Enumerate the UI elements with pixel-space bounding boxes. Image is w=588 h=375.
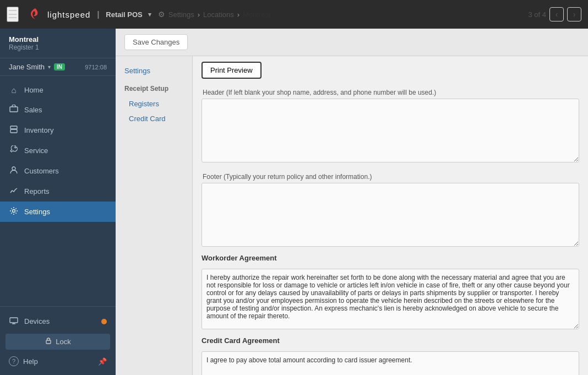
header-textarea[interactable] bbox=[202, 99, 579, 162]
reports-icon bbox=[9, 186, 19, 197]
credit-card-section: English bbox=[193, 347, 588, 375]
help-icon: ? bbox=[9, 356, 19, 366]
pin-icon[interactable]: 📌 bbox=[98, 357, 107, 366]
settings-nav-settings[interactable]: Settings bbox=[116, 63, 192, 79]
location-register: Register 1 bbox=[9, 44, 107, 51]
breadcrumb-sep-1: › bbox=[198, 10, 200, 19]
settings-nav-credit-card[interactable]: Credit Card bbox=[116, 111, 192, 126]
svg-rect-1 bbox=[10, 129, 17, 133]
sidebar-item-label: Service bbox=[24, 146, 48, 155]
inventory-icon bbox=[9, 125, 19, 135]
settings-content: Print Preview Header (If left blank your… bbox=[193, 56, 588, 375]
top-bar: ☰ lightspeed | Retail POS ▾ ⚙ Settings ›… bbox=[0, 0, 588, 29]
settings-breadcrumb[interactable]: Settings bbox=[168, 10, 194, 19]
lightspeed-logo-icon bbox=[28, 7, 43, 22]
user-dropdown-arrow: ▾ bbox=[48, 64, 51, 70]
svg-point-3 bbox=[12, 167, 15, 170]
hamburger-button[interactable]: ☰ bbox=[7, 7, 19, 22]
page-label: 3 of 4 bbox=[528, 10, 546, 19]
customers-icon bbox=[9, 166, 19, 176]
sidebar-item-label: Inventory bbox=[24, 126, 53, 134]
settings-icon bbox=[9, 206, 19, 217]
sidebar-location: Montreal Register 1 bbox=[0, 29, 116, 58]
settings-nav-receipt-setup: Receipt Setup bbox=[116, 81, 192, 96]
service-icon bbox=[9, 145, 19, 156]
header-field-label: Header (If left blank your shop name, ad… bbox=[202, 89, 579, 96]
settings-nav-registers[interactable]: Registers bbox=[116, 96, 192, 111]
sidebar-item-customers[interactable]: Customers bbox=[0, 161, 116, 181]
workorder-textarea[interactable] bbox=[202, 269, 579, 329]
workorder-section bbox=[193, 264, 588, 331]
settings-breadcrumb-icon: ⚙ bbox=[158, 10, 165, 19]
devices-icon bbox=[9, 316, 19, 327]
sidebar-bottom: Devices Lock ? Help 📌 bbox=[0, 306, 116, 375]
logo-text: lightspeed bbox=[47, 10, 90, 19]
breadcrumb-sep-2: › bbox=[237, 10, 239, 19]
sales-icon bbox=[9, 105, 19, 115]
logo-divider: | bbox=[97, 10, 99, 19]
credit-card-textarea[interactable] bbox=[202, 351, 579, 375]
sidebar-item-service[interactable]: Service bbox=[0, 140, 116, 161]
help-row: ? Help 📌 bbox=[0, 352, 116, 371]
svg-point-4 bbox=[13, 210, 15, 213]
svg-rect-0 bbox=[10, 107, 18, 112]
devices-status-dot bbox=[101, 319, 107, 324]
user-time: 9712:08 bbox=[85, 64, 107, 70]
pagination: 3 of 4 ‹ › bbox=[528, 7, 581, 21]
lock-label: Lock bbox=[56, 338, 70, 346]
nav-items: ⌂ Home Sales Inventory Service bbox=[0, 76, 116, 306]
sidebar-item-label: Settings bbox=[24, 208, 50, 216]
sidebar-item-reports[interactable]: Reports bbox=[0, 181, 116, 202]
lock-icon bbox=[45, 337, 52, 346]
svg-rect-2 bbox=[10, 126, 17, 129]
user-status-badge: IN bbox=[54, 63, 65, 70]
sidebar-item-settings[interactable]: Settings bbox=[0, 202, 116, 222]
credit-card-title: Credit Card Agreement bbox=[193, 331, 588, 347]
content-area: Save Changes Settings Receipt Setup Regi… bbox=[116, 29, 588, 375]
save-toolbar: Save Changes bbox=[116, 29, 588, 56]
user-name: Jane Smith bbox=[9, 63, 45, 71]
logo-area: lightspeed | Retail POS ▾ bbox=[28, 7, 151, 22]
lock-button[interactable]: Lock bbox=[6, 334, 110, 350]
prev-page-button[interactable]: ‹ bbox=[549, 7, 564, 21]
footer-textarea[interactable] bbox=[202, 183, 579, 247]
home-icon: ⌂ bbox=[9, 85, 19, 95]
help-label: Help bbox=[23, 357, 38, 366]
help-button[interactable]: ? Help bbox=[9, 356, 38, 366]
sidebar-item-label: Home bbox=[24, 86, 43, 94]
svg-rect-5 bbox=[10, 318, 18, 323]
main-layout: Montreal Register 1 Jane Smith ▾ IN 9712… bbox=[0, 29, 588, 375]
settings-layout: Settings Receipt Setup Registers Credit … bbox=[116, 56, 588, 375]
logo-app-name: Retail POS bbox=[106, 10, 142, 19]
footer-field-label: Footer (Typically your return policy and… bbox=[202, 173, 579, 181]
next-page-button[interactable]: › bbox=[567, 7, 581, 21]
save-changes-button[interactable]: Save Changes bbox=[124, 34, 188, 50]
svg-rect-8 bbox=[46, 340, 51, 344]
breadcrumb: ⚙ Settings › Locations › Montreal bbox=[158, 10, 522, 19]
app-dropdown-arrow[interactable]: ▾ bbox=[148, 11, 151, 18]
sidebar-item-devices[interactable]: Devices bbox=[0, 311, 116, 331]
settings-sidebar: Settings Receipt Setup Registers Credit … bbox=[116, 56, 193, 375]
devices-label: Devices bbox=[24, 317, 50, 325]
montreal-breadcrumb: Montreal bbox=[243, 10, 271, 19]
workorder-title: Workorder Agreement bbox=[193, 248, 588, 264]
sidebar-item-sales[interactable]: Sales bbox=[0, 100, 116, 120]
sidebar-item-inventory[interactable]: Inventory bbox=[0, 120, 116, 140]
user-info: Jane Smith ▾ IN bbox=[9, 63, 65, 71]
sidebar-user[interactable]: Jane Smith ▾ IN 9712:08 bbox=[0, 58, 116, 76]
footer-section: Footer (Typically your return policy and… bbox=[193, 169, 588, 248]
sidebar: Montreal Register 1 Jane Smith ▾ IN 9712… bbox=[0, 29, 116, 375]
receipt-header: Print Preview bbox=[193, 56, 588, 84]
sidebar-item-label: Sales bbox=[24, 106, 42, 114]
header-section: Header (If left blank your shop name, ad… bbox=[193, 84, 588, 164]
location-name: Montreal bbox=[9, 35, 107, 44]
locations-breadcrumb[interactable]: Locations bbox=[203, 10, 234, 19]
sidebar-item-label: Customers bbox=[24, 167, 59, 175]
sidebar-item-label: Reports bbox=[24, 187, 50, 195]
print-preview-button[interactable]: Print Preview bbox=[202, 62, 262, 79]
sidebar-item-home[interactable]: ⌂ Home bbox=[0, 80, 116, 100]
